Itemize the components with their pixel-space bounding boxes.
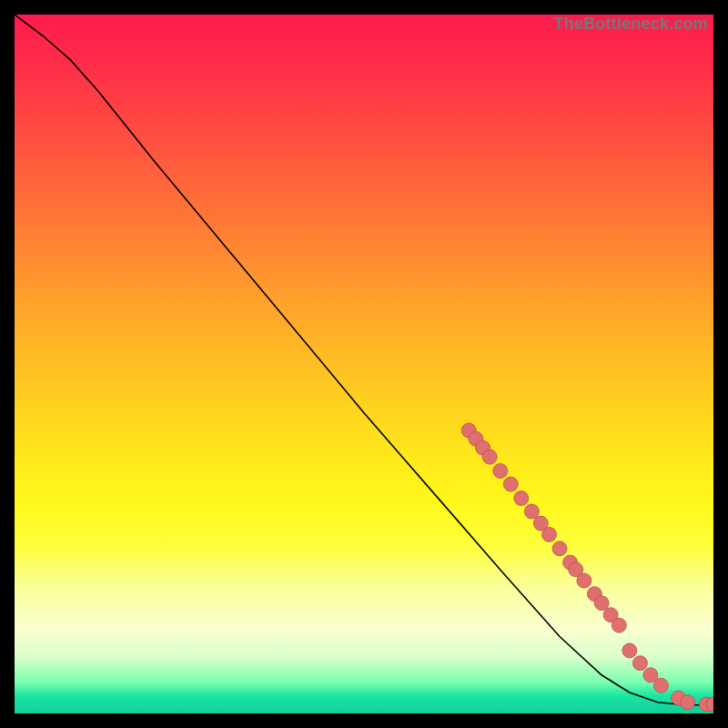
chart-marker [514,491,529,506]
chart-marker [503,477,518,491]
chart-marker [493,464,508,479]
chart-marker [577,573,592,588]
chart-stage: TheBottleneck.com [0,0,728,728]
chart-marker [552,541,567,556]
chart-marker [524,504,539,519]
chart-marker [594,596,609,611]
chart-marker [612,618,626,632]
chart-markers-group [461,423,713,712]
chart-overlay-svg [15,15,713,713]
chart-marker [653,678,668,693]
chart-marker [632,656,647,671]
plot-area: TheBottleneck.com [15,15,713,713]
chart-marker [622,643,637,658]
chart-marker [482,450,497,464]
chart-marker [681,695,695,710]
chart-marker [542,527,557,541]
